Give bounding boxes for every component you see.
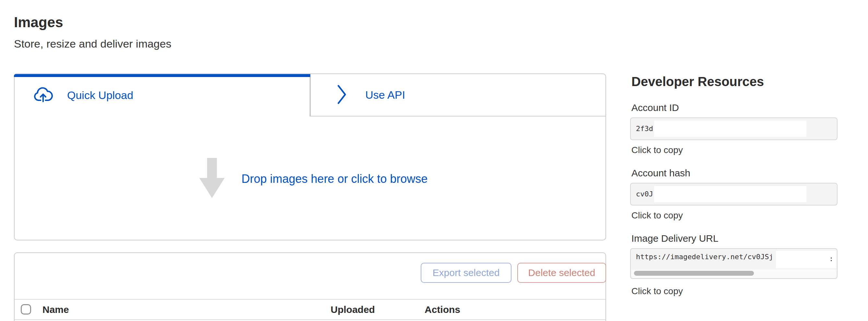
account-hash-copy-hint: Click to copy: [631, 210, 683, 221]
table-header-divider: [14, 319, 606, 320]
page-subtitle: Store, resize and deliver images: [14, 38, 172, 50]
select-all-checkbox[interactable]: [21, 304, 31, 315]
upload-dropzone[interactable]: Drop images here or click to browse: [14, 116, 606, 241]
account-id-label: Account ID: [631, 102, 679, 113]
account-hash-value: cv0J: [636, 183, 653, 205]
image-delivery-url-label: Image Delivery URL: [631, 233, 718, 244]
tab-use-api[interactable]: Use API: [310, 73, 606, 116]
page-title: Images: [14, 14, 63, 30]
column-header-uploaded: Uploaded: [331, 304, 375, 315]
developer-resources-sidebar: Developer Resources Account ID 2f3d Clic…: [630, 0, 841, 321]
account-hash-field[interactable]: cv0J: [630, 183, 838, 206]
column-header-actions: Actions: [425, 304, 460, 315]
image-delivery-url-copy-hint: Click to copy: [631, 286, 683, 296]
account-id-redaction: [654, 121, 806, 137]
table-header-row: Name Uploaded Actions: [14, 300, 606, 319]
image-delivery-url-redaction: [776, 251, 836, 268]
arrow-down-icon: [199, 158, 225, 199]
delete-selected-button[interactable]: Delete selected: [517, 263, 606, 283]
cloud-upload-icon: [33, 87, 53, 104]
dropzone-label: Drop images here or click to browse: [242, 172, 428, 186]
chevron-right-icon: [337, 85, 346, 106]
image-delivery-url-fragment: :: [829, 251, 833, 267]
images-page: Images Store, resize and deliver images …: [0, 0, 868, 321]
horizontal-scrollbar-thumb[interactable]: [634, 271, 754, 276]
image-list-panel: Export selected Delete selected Name Upl…: [14, 252, 606, 321]
image-delivery-url-value: https://imagedelivery.net/cv0JSj: [636, 249, 773, 265]
tab-use-api-label: Use API: [365, 89, 405, 101]
column-header-name: Name: [42, 304, 69, 315]
image-delivery-url-field[interactable]: https://imagedelivery.net/cv0JSj :: [630, 248, 838, 279]
account-hash-label: Account hash: [631, 168, 690, 179]
account-hash-redaction: [654, 186, 806, 202]
account-id-field[interactable]: 2f3d: [630, 117, 838, 140]
horizontal-scrollbar-track: [631, 270, 836, 278]
export-selected-button[interactable]: Export selected: [421, 263, 512, 283]
developer-resources-title: Developer Resources: [631, 74, 764, 89]
tab-quick-upload-label: Quick Upload: [67, 89, 133, 102]
active-tab-accent-bar: [14, 74, 310, 77]
account-id-copy-hint: Click to copy: [631, 145, 683, 155]
account-id-value: 2f3d: [636, 118, 653, 139]
tab-quick-upload[interactable]: Quick Upload: [14, 73, 310, 116]
